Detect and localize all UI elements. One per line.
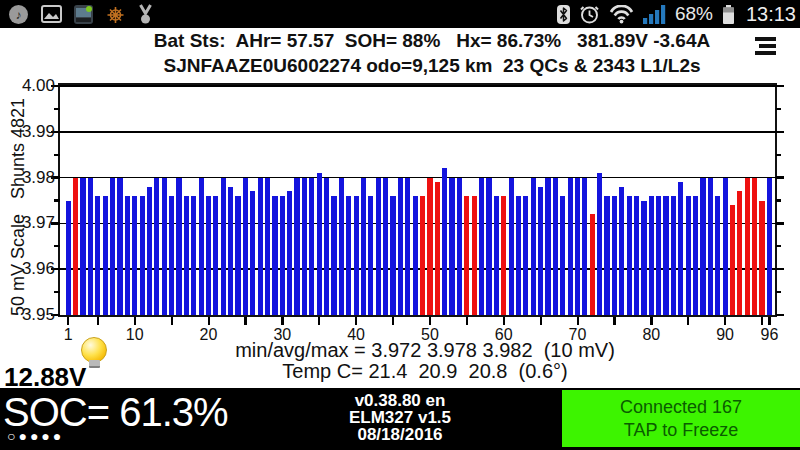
- cell-bar: [663, 196, 668, 315]
- cell-bar: [686, 196, 691, 315]
- cell-bar: [206, 196, 211, 315]
- cell-bar: [649, 196, 654, 315]
- cell-bar: [317, 173, 322, 315]
- cell-bar: [553, 178, 558, 315]
- cell-bar: [730, 205, 735, 315]
- y-axis-tick: [54, 154, 60, 156]
- cell-bar: [413, 196, 418, 315]
- cell-bar: [331, 196, 336, 315]
- cell-bar: [619, 187, 624, 315]
- cell-bar: [405, 178, 410, 315]
- elm-version: ELM327 v1.5: [290, 409, 510, 426]
- cell-bar: [213, 196, 218, 315]
- app-version: v0.38.80 en: [290, 392, 510, 409]
- cell-bar: [449, 178, 454, 315]
- cell-bar: [302, 178, 307, 315]
- cell-bar: [258, 178, 263, 315]
- cell-bar: [398, 178, 403, 315]
- y-axis-tick: [776, 85, 784, 87]
- x-axis-tick: [724, 317, 726, 325]
- cell-bar: [509, 178, 514, 315]
- connection-status: Connected 167: [562, 396, 800, 419]
- y-tick-label: 3.96: [0, 259, 55, 279]
- cell-bar: [604, 196, 609, 315]
- cell-bar: [117, 178, 122, 315]
- cell-bar: [708, 178, 713, 315]
- cell-bar: [309, 178, 314, 315]
- y-axis-label: 50 mV Scale Shunts 4821: [8, 82, 30, 332]
- y-axis-tick: [54, 245, 60, 247]
- x-axis-tick: [392, 317, 394, 325]
- cell-bar: [723, 178, 728, 315]
- cell-bar: [376, 178, 381, 315]
- y-axis-tick: [54, 291, 60, 293]
- version-info: v0.38.80 en ELM327 v1.5 08/18/2016: [290, 392, 510, 443]
- cell-bar: [752, 178, 757, 315]
- x-axis-tick: [134, 317, 136, 325]
- cell-bar: [700, 178, 705, 315]
- cell-bar: [103, 196, 108, 315]
- page-indicator-dots: ○●●●●: [7, 428, 64, 444]
- cell-bar: [95, 196, 100, 315]
- y-axis-tick: [776, 199, 781, 201]
- cell-bar: [324, 178, 329, 315]
- y-axis-tick: [776, 176, 784, 178]
- x-axis-tick: [687, 317, 689, 325]
- x-axis-tick: [355, 317, 357, 325]
- cell-bar: [154, 178, 159, 315]
- cell-bar: [383, 178, 388, 315]
- y-axis-tick: [776, 154, 781, 156]
- cell-bar: [531, 178, 536, 315]
- y-axis-tick: [776, 291, 781, 293]
- cell-bar: [767, 178, 772, 315]
- leafspy-screen: ♪ 68% 13:13 Bat Sts: AHr= 57.57 SOH= 88%…: [0, 0, 800, 450]
- gridline: [60, 177, 776, 179]
- cell-bar: [759, 201, 764, 316]
- x-axis-tick: [761, 317, 763, 325]
- cell-voltage-chart[interactable]: 50 mV Scale Shunts 4821 3.953.963.973.98…: [0, 0, 800, 450]
- cell-bar: [516, 196, 521, 315]
- cell-bar: [582, 178, 587, 315]
- cell-bar: [627, 196, 632, 315]
- cell-bar: [199, 178, 204, 315]
- cell-bar: [280, 196, 285, 315]
- cell-bar: [560, 196, 565, 315]
- y-tick-label: 3.98: [0, 168, 55, 188]
- cell-bar: [265, 178, 270, 315]
- cell-bar: [427, 178, 432, 315]
- connection-freeze-button[interactable]: Connected 167 TAP to Freeze: [562, 390, 800, 447]
- chart-stats: min/avg/max = 3.972 3.978 3.982 (10 mV) …: [60, 340, 790, 382]
- cell-bar: [228, 187, 233, 315]
- y-axis-tick: [776, 131, 784, 133]
- y-axis-tick: [776, 245, 781, 247]
- x-axis-tick: [67, 317, 69, 325]
- cell-bar: [590, 214, 595, 315]
- y-axis-tick: [776, 222, 784, 224]
- cell-bar: [523, 196, 528, 315]
- x-axis-tick: [577, 317, 579, 325]
- cell-bar: [472, 196, 477, 315]
- x-axis-tick: [208, 317, 210, 325]
- cell-bar: [479, 178, 484, 315]
- y-tick-label: 3.97: [0, 213, 55, 233]
- cell-bar: [745, 178, 750, 315]
- x-axis-tick: [613, 317, 615, 325]
- cell-bar: [169, 196, 174, 315]
- cell-bar: [88, 178, 93, 315]
- x-axis-tick: [540, 317, 542, 325]
- y-axis-tick: [54, 199, 60, 201]
- cell-bar: [147, 187, 152, 315]
- x-axis-tick: [244, 317, 246, 325]
- cell-bar: [538, 187, 543, 315]
- gridline: [60, 131, 776, 133]
- cell-bar: [671, 196, 676, 315]
- cell-bar: [715, 196, 720, 315]
- cell-bar: [678, 182, 683, 315]
- cell-bar: [346, 196, 351, 315]
- y-tick-label: 3.99: [0, 122, 55, 142]
- cell-bar: [501, 196, 506, 315]
- y-axis-tick: [776, 314, 784, 316]
- cell-bar: [110, 178, 115, 315]
- y-tick-label: 4.00: [0, 76, 55, 96]
- cell-bar: [132, 196, 137, 315]
